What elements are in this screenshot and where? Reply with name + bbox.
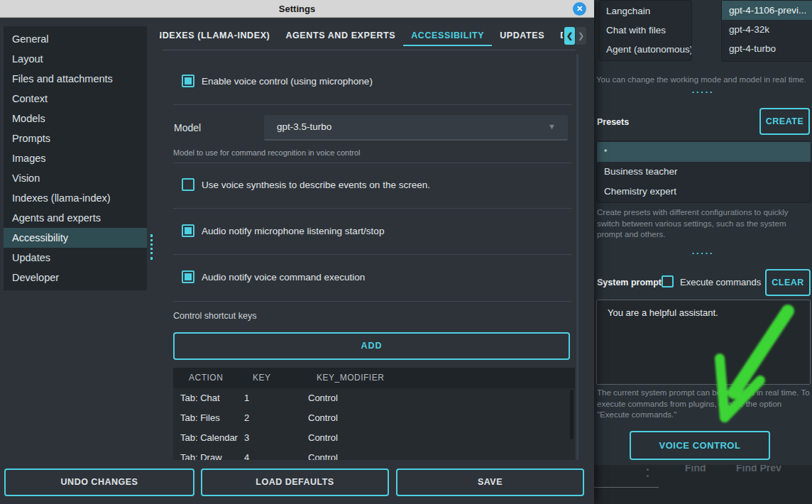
sidebar-item-accessibility[interactable]: Accessibility	[4, 228, 147, 248]
divider	[173, 254, 571, 255]
shortcuts-section-label: Control shortcut keys	[173, 311, 256, 321]
dots-separator: ·····	[594, 248, 812, 258]
audio-notify-mic-checkbox[interactable]	[182, 224, 194, 237]
divider	[173, 163, 571, 163]
sidebar-item-indexes[interactable]: Indexes (llama-index)	[4, 188, 147, 208]
sidebar-item-vision[interactable]: Vision	[4, 168, 147, 188]
title-bar[interactable]: Settings	[0, 0, 594, 18]
drag-handle-icon[interactable]	[647, 469, 649, 480]
sidebar-item-general[interactable]: General	[4, 29, 147, 49]
table-header: ACTION KEY KEY_MODIFIER	[173, 368, 575, 388]
voice-synthesis-checkbox[interactable]	[182, 178, 194, 191]
mode-help-text: You can change the working mode and mode…	[596, 75, 811, 86]
column-key: KEY	[253, 368, 271, 388]
mode-item-agent[interactable]: Agent (autonomous)	[599, 40, 691, 59]
sidebar-item-images[interactable]: Images	[4, 148, 147, 168]
clear-prompt-button[interactable]: CLEAR	[765, 269, 811, 296]
model-list: gpt-4-1106-previ... gpt-4-32k gpt-4-turb…	[721, 0, 812, 62]
model-help-text: Model to use for command recognition in …	[173, 148, 361, 157]
model-dropdown[interactable]: gpt-3.5-turbo ▼	[264, 115, 568, 141]
divider	[173, 104, 571, 105]
system-prompt-help-text: The current system prompt can be modifie…	[597, 388, 812, 421]
tab-developer[interactable]: DEVELOPER	[552, 27, 563, 46]
cell-action: Tab: Draw	[180, 448, 222, 460]
window-title: Settings	[0, 0, 594, 18]
settings-tab-bar: INDEXES (LLAMA-INDEX) AGENTS AND EXPERTS…	[160, 27, 563, 46]
column-action: ACTION	[189, 368, 223, 388]
sidebar-item-layout[interactable]: Layout	[4, 49, 147, 69]
cell-action: Tab: Calendar	[180, 428, 238, 448]
table-row[interactable]: Tab: Draw 4 Control	[173, 448, 571, 460]
sidebar-item-files[interactable]: Files and attachments	[4, 69, 147, 89]
save-button[interactable]: SAVE	[396, 469, 584, 496]
dots-separator: ·····	[594, 87, 812, 97]
close-icon[interactable]: ✕	[573, 2, 586, 16]
undo-changes-button[interactable]: UNDO CHANGES	[4, 469, 194, 496]
find-button[interactable]: Find	[685, 465, 706, 473]
settings-window: Settings ✕ General Layout Files and atta…	[0, 0, 594, 504]
sidebar-item-developer[interactable]: Developer	[4, 268, 147, 287]
load-defaults-button[interactable]: LOAD DEFAULTS	[201, 469, 389, 496]
find-prev-button[interactable]: Find Prev	[736, 465, 781, 473]
model-label: Model	[174, 122, 201, 133]
tab-updates[interactable]: UPDATES	[492, 27, 552, 46]
add-shortcut-button[interactable]: ADD	[173, 332, 570, 360]
create-preset-button[interactable]: CREATE	[759, 108, 810, 135]
content-scrollbar[interactable]	[576, 54, 578, 460]
column-key-modifier: KEY_MODIFIER	[317, 368, 384, 388]
model-item-gpt4-1106[interactable]: gpt-4-1106-previ...	[722, 1, 812, 20]
divider	[594, 487, 659, 488]
enable-voice-checkbox[interactable]	[182, 75, 194, 87]
mode-item-langchain[interactable]: Langchain	[599, 1, 691, 21]
chevron-down-icon: ▼	[548, 122, 556, 131]
mode-item-chat-with-files[interactable]: Chat with files	[599, 21, 691, 40]
mode-list: Langchain Chat with files Agent (autonom…	[598, 0, 692, 61]
presets-label: Presets	[597, 117, 629, 127]
table-scrollbar[interactable]	[570, 390, 574, 439]
enable-voice-label: Enable voice control (using microphone)	[202, 76, 373, 87]
cell-action: Tab: Chat	[180, 388, 220, 408]
preset-item-chemistry-expert[interactable]: Chemistry expert	[597, 182, 811, 202]
preset-item-business-teacher[interactable]: Business teacher	[597, 162, 811, 182]
model-dropdown-value: gpt-3.5-turbo	[277, 121, 331, 132]
shortcuts-table: ACTION KEY KEY_MODIFIER Tab: Chat 1 Cont…	[173, 368, 575, 460]
table-row[interactable]: Tab: Calendar 3 Control	[173, 428, 571, 448]
voice-control-button[interactable]: VOICE CONTROL	[630, 431, 770, 460]
cell-key: 3	[244, 428, 249, 448]
audio-notify-mic-label: Audio notify microphone listening start/…	[202, 226, 384, 236]
execute-commands-checkbox[interactable]	[662, 275, 674, 287]
sidebar-item-prompts[interactable]: Prompts	[4, 128, 147, 148]
presets-help-text: Create presets with different configurat…	[597, 207, 811, 241]
cell-key: 1	[244, 388, 249, 408]
tab-accessibility[interactable]: ACCESSIBILITY	[403, 27, 492, 46]
tab-indexes[interactable]: INDEXES (LLAMA-INDEX)	[160, 27, 278, 46]
cell-action: Tab: Files	[180, 408, 220, 428]
cell-key-modifier: Control	[308, 428, 338, 448]
system-prompt-textarea[interactable]: You are a helpful assistant.	[596, 300, 811, 385]
tab-scroll-right-icon[interactable]: ❯	[576, 27, 586, 45]
cell-key-modifier: Control	[308, 448, 338, 460]
sidebar-item-agents[interactable]: Agents and experts	[4, 208, 147, 228]
sidebar-splitter-handle[interactable]	[150, 234, 153, 260]
main-app-background: Langchain Chat with files Agent (autonom…	[594, 0, 812, 504]
tab-scroll-left-icon[interactable]: ❮	[564, 27, 575, 45]
sidebar-item-context[interactable]: Context	[4, 89, 147, 109]
sidebar-item-models[interactable]: Models	[4, 109, 147, 128]
table-row[interactable]: Tab: Files 2 Control	[173, 408, 571, 428]
preset-item-star[interactable]: *	[597, 142, 811, 162]
cell-key: 2	[244, 408, 249, 428]
tab-agents-and-experts[interactable]: AGENTS AND EXPERTS	[278, 27, 403, 46]
model-item-gpt4-turbo[interactable]: gpt-4-turbo	[722, 39, 812, 58]
sidebar-item-updates[interactable]: Updates	[4, 248, 147, 268]
presets-list: * Business teacher Chemistry expert	[596, 141, 811, 203]
audio-notify-cmd-checkbox[interactable]	[182, 270, 194, 283]
tab-divider	[163, 50, 576, 50]
settings-sidebar: General Layout Files and attachments Con…	[4, 26, 147, 290]
table-row[interactable]: Tab: Chat 1 Control	[173, 388, 571, 408]
cell-key-modifier: Control	[308, 388, 338, 408]
find-toolbar: Find Find Prev	[594, 465, 812, 504]
model-item-gpt4-32k[interactable]: gpt-4-32k	[722, 20, 812, 39]
execute-commands-label: Execute commands	[680, 277, 761, 287]
cell-key: 4	[244, 448, 249, 460]
divider	[173, 301, 571, 302]
